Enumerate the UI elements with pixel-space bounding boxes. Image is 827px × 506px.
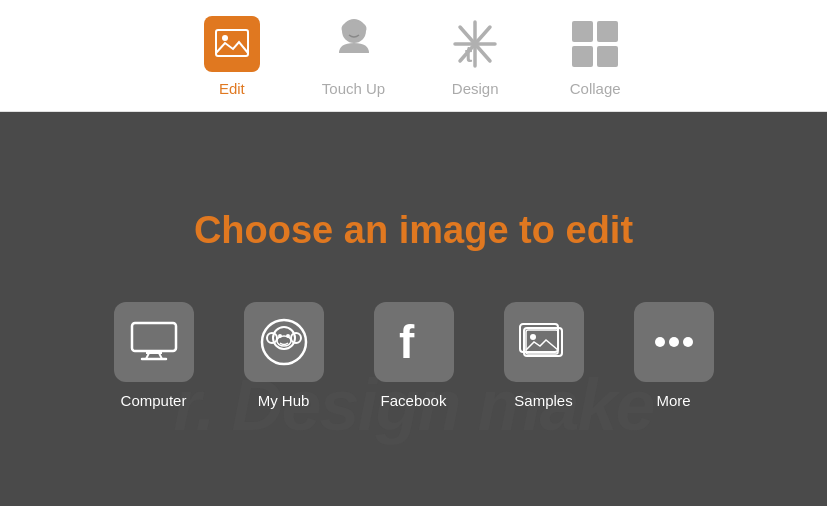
svg-point-25 — [286, 334, 290, 338]
facebook-icon-wrap: f — [374, 302, 454, 382]
source-item-computer[interactable]: Computer — [109, 302, 199, 409]
computer-icon — [128, 321, 180, 363]
design-icon: t — [447, 16, 503, 72]
nav-label-edit: Edit — [219, 80, 245, 97]
computer-icon-wrap — [114, 302, 194, 382]
choose-title: Choose an image to edit — [194, 209, 633, 252]
svg-rect-11 — [597, 21, 618, 42]
nav-label-design: Design — [452, 80, 499, 97]
touchup-icon-wrap — [324, 14, 384, 74]
source-label-samples: Samples — [514, 392, 572, 409]
source-item-more[interactable]: More — [629, 302, 719, 409]
svg-point-24 — [278, 334, 282, 338]
touchup-icon — [326, 16, 382, 72]
edit-icon — [204, 16, 260, 72]
nav-label-collage: Collage — [570, 80, 621, 97]
nav-label-touchup: Touch Up — [322, 80, 385, 97]
design-icon-wrap: t — [445, 14, 505, 74]
svg-point-1 — [222, 35, 228, 41]
edit-icon-wrap — [202, 14, 262, 74]
svg-rect-13 — [597, 46, 618, 67]
nav-item-edit[interactable]: Edit — [202, 14, 262, 97]
samples-icon-wrap — [504, 302, 584, 382]
svg-rect-10 — [572, 21, 593, 42]
source-item-myhub[interactable]: My Hub — [239, 302, 329, 409]
nav-item-design[interactable]: t Design — [445, 14, 505, 97]
svg-rect-14 — [132, 323, 176, 351]
source-label-more: More — [656, 392, 690, 409]
svg-text:t: t — [465, 42, 473, 67]
collage-icon-wrap — [565, 14, 625, 74]
top-navigation: Edit Touch Up — [0, 0, 827, 112]
svg-point-32 — [669, 337, 679, 347]
svg-rect-29 — [526, 330, 558, 354]
source-label-computer: Computer — [121, 392, 187, 409]
nav-item-touchup[interactable]: Touch Up — [322, 14, 385, 97]
svg-point-31 — [655, 337, 665, 347]
source-label-facebook: Facebook — [381, 392, 447, 409]
samples-icon — [518, 320, 570, 364]
facebook-icon: f — [388, 316, 440, 368]
nav-item-collage[interactable]: Collage — [565, 14, 625, 97]
myhub-icon-wrap — [244, 302, 324, 382]
source-item-samples[interactable]: Samples — [499, 302, 589, 409]
svg-point-30 — [530, 334, 536, 340]
more-icon — [648, 316, 700, 368]
svg-rect-12 — [572, 46, 593, 67]
more-icon-wrap — [634, 302, 714, 382]
svg-text:f: f — [399, 316, 415, 368]
source-row: Computer — [109, 302, 719, 409]
source-item-facebook[interactable]: f Facebook — [369, 302, 459, 409]
collage-icon — [567, 16, 623, 72]
svg-rect-0 — [216, 30, 248, 56]
main-content: r. Design make Choose an image to edit C… — [0, 112, 827, 506]
svg-point-33 — [683, 337, 693, 347]
source-label-myhub: My Hub — [258, 392, 310, 409]
myhub-icon — [258, 316, 310, 368]
